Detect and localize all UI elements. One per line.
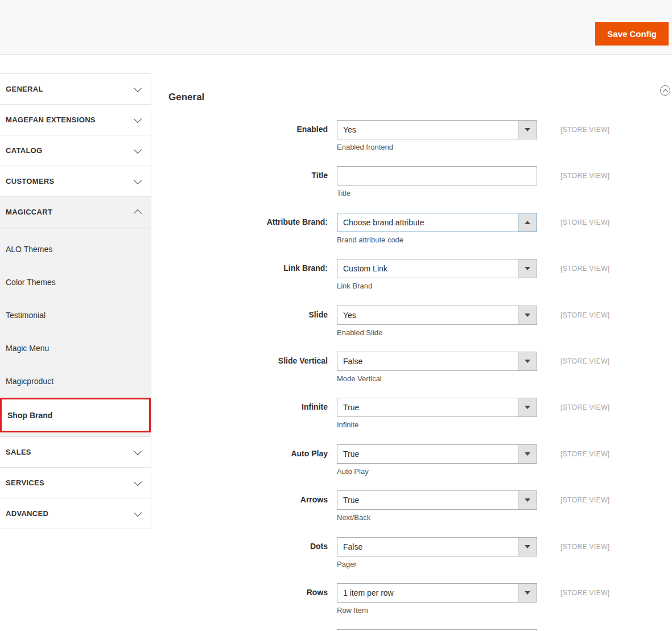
slide-select[interactable]: Yes — [337, 306, 537, 325]
chevron-down-icon — [134, 84, 142, 92]
sidebar-section-label: ADVANCED — [6, 509, 48, 518]
link-brand-select[interactable]: Custom Link — [337, 259, 537, 278]
field-label: Auto Play — [168, 444, 328, 458]
sidebar-item-testimonial[interactable]: Testimonial — [0, 299, 151, 332]
select-value: False — [337, 538, 537, 556]
dropdown-button[interactable] — [518, 352, 537, 370]
dropdown-button[interactable] — [518, 491, 537, 509]
sidebar-item-alo-themes[interactable]: ALO Themes — [0, 233, 151, 266]
scope-label: [STORE VIEW] — [560, 444, 669, 458]
sidebar-item-magic-menu[interactable]: Magic Menu — [0, 332, 151, 365]
field-label: Dots — [168, 537, 328, 551]
sidebar-section-customers[interactable]: CUSTOMERS — [0, 166, 151, 196]
dropdown-button[interactable] — [518, 213, 537, 232]
save-config-button[interactable]: Save Config — [595, 22, 669, 46]
field-note: Brand attribute code — [337, 236, 537, 244]
form-row-arrows: ArrowsTrueNext/Back[STORE VIEW] — [168, 490, 669, 537]
select-value: Choose brand attribute — [337, 213, 537, 232]
chevron-up-icon — [663, 89, 669, 95]
sidebar-section-label: SERVICES — [6, 479, 44, 487]
title-input[interactable] — [337, 166, 537, 185]
form-row-enabled: EnabledYesEnabled frontend[STORE VIEW] — [168, 120, 669, 166]
sidebar-item-shop-brand[interactable]: Shop Brand — [0, 398, 151, 432]
dropdown-button[interactable] — [518, 398, 537, 416]
select-value: True — [337, 398, 537, 416]
dropdown-button[interactable] — [518, 259, 537, 278]
chevron-down-icon — [134, 176, 142, 184]
auto-play-select[interactable]: True — [337, 444, 537, 464]
dropdown-button[interactable] — [518, 584, 537, 602]
chevron-down-icon — [134, 508, 142, 516]
field-note: Pager — [337, 560, 537, 568]
collapse-section-icon[interactable] — [660, 85, 670, 96]
field-note: Enabled frontend — [337, 143, 537, 151]
field-label: Attribute Brand: — [168, 213, 328, 226]
sidebar-section-magiccart[interactable]: MAGICCART — [0, 196, 151, 227]
sidebar-section-general[interactable]: GENERAL — [0, 73, 151, 104]
field-label: Slide — [168, 306, 328, 319]
sidebar-section-catalog[interactable]: CATALOG — [0, 135, 151, 166]
dropdown-button[interactable] — [518, 121, 537, 139]
form-row-dots: DotsFalsePager[STORE VIEW] — [168, 537, 669, 583]
dropdown-button[interactable] — [518, 538, 537, 556]
field-cell: TrueAuto Play — [337, 444, 537, 476]
caret-down-icon — [525, 406, 530, 409]
field-note: Auto Play — [337, 467, 537, 476]
sidebar-item-label: Testimonial — [6, 311, 46, 320]
field-cell: TrueInfinite — [337, 398, 537, 429]
field-label: Infinite — [168, 398, 328, 411]
sidebar-section-label: CUSTOMERS — [6, 177, 55, 185]
scope-label: [STORE VIEW] — [560, 583, 669, 597]
enabled-select[interactable]: Yes — [337, 120, 537, 139]
sidebar-section-advanced[interactable]: ADVANCED — [0, 498, 151, 529]
field-cell: Choose brand attributeBrand attribute co… — [337, 213, 537, 244]
caret-down-icon — [525, 267, 530, 270]
sidebar-item-label: Shop Brand — [7, 411, 52, 420]
field-note: Mode Vertical — [337, 374, 537, 383]
caret-down-icon — [525, 452, 530, 456]
chevron-down-icon — [134, 447, 142, 455]
sidebar-section-label: SALES — [6, 448, 31, 456]
dots-select[interactable]: False — [337, 537, 537, 556]
chevron-down-icon — [134, 145, 142, 153]
page-title: General — [168, 92, 204, 103]
scope-label: [STORE VIEW] — [560, 537, 669, 551]
scope-label: [STORE VIEW] — [560, 166, 669, 180]
dropdown-button[interactable] — [518, 306, 537, 324]
infinite-select[interactable]: True — [337, 398, 537, 417]
dropdown-button[interactable] — [518, 445, 537, 463]
field-label: Link Brand: — [168, 259, 328, 273]
field-cell: TrueNext/Back — [337, 490, 537, 522]
chevron-up-icon — [134, 209, 142, 217]
sidebar-item-label: ALO Themes — [6, 245, 52, 254]
form-row-link-brand: Link Brand:Custom LinkLink Brand[STORE V… — [168, 259, 669, 305]
form-row-title: TitleTitle[STORE VIEW] — [168, 166, 669, 212]
sidebar-section-magefan-extensions[interactable]: MAGEFAN EXTENSIONS — [0, 104, 151, 135]
sidebar-section-services[interactable]: SERVICES — [0, 467, 151, 498]
select-value: Yes — [337, 121, 537, 139]
sidebar-item-color-themes[interactable]: Color Themes — [0, 266, 151, 299]
field-cell: 1 item per rowRow Item — [337, 583, 537, 614]
scope-label: [STORE VIEW] — [560, 306, 669, 319]
rows-select[interactable]: 1 item per row — [337, 583, 537, 603]
arrows-select[interactable]: True — [337, 490, 537, 510]
caret-down-icon — [525, 498, 530, 502]
sidebar-section-label: GENERAL — [6, 85, 43, 93]
config-sidebar-nav: GENERALMAGEFAN EXTENSIONSCATALOGCUSTOMER… — [0, 73, 151, 529]
field-label: Slide Vertical — [168, 352, 328, 365]
field-cell: FalsePager — [337, 537, 537, 568]
sidebar-section-sales[interactable]: SALES — [0, 436, 151, 467]
field-note: Link Brand — [337, 282, 537, 290]
form-row-rows: Rows1 item per rowRow Item[STORE VIEW] — [168, 583, 669, 629]
field-cell: FalseMode Vertical — [337, 352, 537, 383]
scope-label: [STORE VIEW] — [560, 120, 669, 134]
attribute-brand-select[interactable]: Choose brand attribute — [337, 213, 537, 232]
scope-label: [STORE VIEW] — [560, 352, 669, 365]
scope-label: [STORE VIEW] — [560, 213, 669, 226]
select-value: True — [337, 445, 537, 463]
caret-down-icon — [525, 591, 530, 595]
sidebar-item-magicproduct[interactable]: Magicproduct — [0, 365, 151, 398]
field-label: Arrows — [168, 490, 328, 504]
header-bar: Save Config — [0, 0, 672, 55]
slide-vertical-select[interactable]: False — [337, 352, 537, 371]
